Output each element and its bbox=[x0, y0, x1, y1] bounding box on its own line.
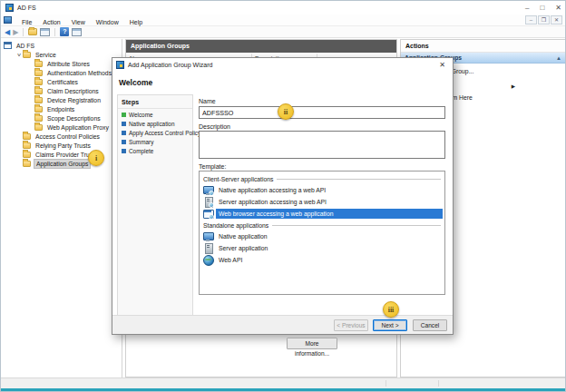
wizard-footer: < Previous Next > Cancel bbox=[112, 315, 453, 334]
wizard-step-summary[interactable]: Summary bbox=[118, 136, 192, 145]
server-application-icon bbox=[203, 243, 213, 253]
center-pane-header: Application Groups bbox=[126, 40, 396, 53]
native-application-icon bbox=[203, 231, 213, 241]
web-api-icon bbox=[203, 255, 213, 265]
tree-item-endpoints[interactable]: Endpoints bbox=[2, 104, 122, 113]
annotation-marker-i: i bbox=[88, 150, 104, 166]
minimize-button[interactable]: – bbox=[525, 2, 529, 14]
tree-item-label: Application Groups bbox=[34, 159, 91, 169]
name-input[interactable] bbox=[199, 106, 445, 119]
template-group-standalone-applications: Standalone applications bbox=[200, 220, 444, 230]
help-icon[interactable]: ? bbox=[60, 27, 69, 36]
tree-item-device-registration[interactable]: Device Registration bbox=[2, 95, 122, 104]
folder-icon bbox=[34, 61, 43, 67]
template-item-web-browser-accessing-a-web-application[interactable]: Web browser accessing a web application bbox=[200, 208, 444, 220]
more-information-button[interactable]: More information... bbox=[287, 338, 337, 349]
template-group-client-server-applications: Client-Server applications bbox=[200, 173, 444, 184]
name-label: Name bbox=[199, 98, 216, 104]
menu-window[interactable]: Window bbox=[91, 19, 124, 25]
tree-item-certificates[interactable]: Certificates bbox=[2, 77, 122, 86]
folder-icon bbox=[34, 106, 43, 113]
tree-item-label: Claim Descriptions bbox=[45, 87, 101, 95]
window-icon[interactable] bbox=[72, 28, 82, 36]
menu-action[interactable]: Action bbox=[37, 19, 65, 25]
description-input[interactable] bbox=[199, 131, 445, 159]
folder-icon bbox=[23, 52, 31, 58]
status-bar bbox=[1, 377, 565, 388]
template-item-native-application[interactable]: Native application bbox=[200, 230, 444, 242]
wizard-close-icon[interactable]: ✕ bbox=[435, 61, 449, 69]
template-item-server-application-accessing-a-web-api[interactable]: Server application accessing a web API bbox=[200, 196, 444, 208]
step-label: Welcome bbox=[129, 112, 153, 118]
cancel-button[interactable]: Cancel bbox=[413, 319, 447, 331]
adfs-console-window: AD FS – □ ✕ FileActionViewWindowHelp – ❐… bbox=[0, 0, 566, 392]
step-bullet-icon bbox=[122, 131, 126, 135]
next-button[interactable]: Next > bbox=[373, 319, 407, 331]
tree-item-label: Attribute Stores bbox=[45, 60, 92, 68]
template-item-server-application[interactable]: Server application bbox=[200, 242, 444, 254]
maximize-button[interactable]: □ bbox=[540, 2, 544, 14]
template-item-label: Server application accessing a web API bbox=[216, 197, 329, 207]
actions-header: Actions bbox=[401, 40, 565, 53]
step-bullet-icon bbox=[122, 113, 126, 117]
step-label: Summary bbox=[129, 139, 153, 145]
folder-icon bbox=[23, 142, 31, 149]
wizard-step-welcome[interactable]: Welcome bbox=[118, 109, 192, 118]
template-label: Template: bbox=[199, 163, 226, 170]
template-item-web-api[interactable]: Web API bbox=[200, 254, 444, 266]
template-item-native-application-accessing-a-web-api[interactable]: Native application accessing a web API bbox=[200, 184, 444, 196]
child-restore-button[interactable]: ❐ bbox=[538, 15, 550, 24]
status-separator bbox=[438, 380, 439, 387]
child-close-button[interactable]: ✕ bbox=[551, 15, 562, 24]
wizard-step-complete[interactable]: Complete bbox=[118, 145, 192, 154]
tree-item-label: Relying Party Trusts bbox=[34, 142, 93, 150]
wizard-step-native-application[interactable]: Native application bbox=[118, 118, 192, 127]
tree-item-relying-party-trusts[interactable]: Relying Party Trusts bbox=[2, 141, 122, 150]
tree-item-claim-descriptions[interactable]: Claim Descriptions bbox=[2, 86, 122, 95]
console-icon bbox=[4, 16, 12, 24]
tree-item-access-control-policies[interactable]: Access Control Policies bbox=[2, 132, 122, 141]
add-application-group-wizard-dialog: Add Application Group Wizard ✕ Welcome S… bbox=[112, 57, 454, 335]
close-button[interactable]: ✕ bbox=[555, 2, 561, 14]
child-minimize-button[interactable]: – bbox=[525, 15, 537, 24]
menu-view[interactable]: View bbox=[66, 19, 91, 25]
tree-item-label: Device Registration bbox=[45, 96, 102, 104]
menu-help[interactable]: Help bbox=[124, 19, 148, 25]
group-divider bbox=[272, 225, 441, 226]
tree-item-label: Endpoints bbox=[45, 105, 76, 113]
tree-item-web-application-proxy[interactable]: Web Application Proxy bbox=[2, 122, 122, 132]
tree-item-attribute-stores[interactable]: Attribute Stores bbox=[2, 59, 122, 68]
collapse-arrow-icon[interactable]: ▲ bbox=[556, 55, 561, 61]
wizard-steps-pane: Steps WelcomeNative applicationApply Acc… bbox=[117, 94, 193, 317]
template-item-label: Web browser accessing a web application bbox=[216, 209, 443, 219]
tree-item-label: Access Control Policies bbox=[34, 132, 102, 141]
folder-icon[interactable] bbox=[28, 28, 37, 35]
step-bullet-icon bbox=[122, 122, 126, 126]
menu-file[interactable]: File bbox=[16, 19, 37, 25]
adfs-app-icon bbox=[5, 4, 14, 12]
toolbar-separator bbox=[23, 28, 24, 36]
console-tree-icon[interactable] bbox=[40, 28, 50, 36]
console-tree-pane: AD FSvServiceAttribute StoresAuthenticat… bbox=[2, 39, 122, 377]
annotation-marker-ii: ii bbox=[278, 103, 294, 120]
server-app-web-api-icon bbox=[203, 197, 213, 207]
tree-item-ad-fs[interactable]: AD FS bbox=[2, 41, 122, 50]
back-icon[interactable]: ◀ bbox=[5, 27, 10, 37]
tree-item-authentication-methods[interactable]: Authentication Methods bbox=[2, 68, 122, 77]
tree-item-label: AD FS bbox=[15, 42, 36, 50]
tree-item-scope-descriptions[interactable]: Scope Descriptions bbox=[2, 113, 122, 122]
wizard-step-apply-access-control-policy[interactable]: Apply Access Control Policy bbox=[118, 127, 192, 136]
template-item-label: Native application bbox=[216, 231, 270, 241]
steps-header: Steps bbox=[118, 95, 192, 109]
folder-icon bbox=[34, 97, 43, 103]
folder-icon bbox=[34, 124, 43, 131]
forward-icon[interactable]: ▶ bbox=[13, 27, 18, 37]
tree-item-label: Authentication Methods bbox=[45, 69, 113, 77]
template-item-label: Web API bbox=[216, 255, 245, 265]
tree-item-service[interactable]: vService bbox=[2, 50, 122, 59]
step-bullet-icon bbox=[122, 140, 126, 144]
template-group-label: Client-Server applications bbox=[203, 176, 273, 182]
annotation-marker-iii: iii bbox=[383, 301, 399, 318]
folder-icon bbox=[34, 115, 43, 122]
previous-button[interactable]: < Previous bbox=[334, 319, 368, 331]
